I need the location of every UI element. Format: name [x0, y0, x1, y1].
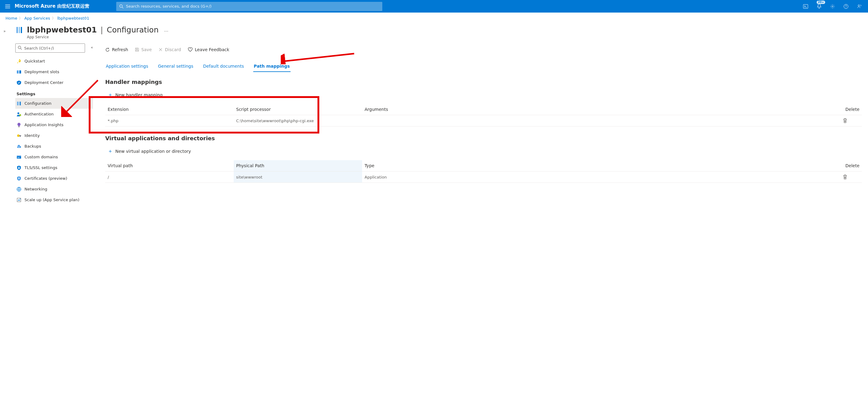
sidebar-item-configuration[interactable]: Configuration: [15, 98, 93, 109]
blade: lbphpwebtest01 | Configuration … App Ser…: [9, 24, 868, 399]
col-physicalpath[interactable]: Physical Path: [234, 160, 362, 171]
network-icon: [17, 187, 22, 192]
more-actions-icon[interactable]: …: [162, 28, 171, 32]
sidebar-item-networking[interactable]: Networking: [15, 184, 93, 195]
cell-processor: C:\home\site\wwwroot\php\php-cgi.exe: [234, 115, 362, 126]
col-processor[interactable]: Script processor: [234, 104, 362, 115]
config-icon: [17, 101, 22, 106]
crumb-appservices[interactable]: App Services: [24, 16, 50, 21]
cell-type: Application: [362, 171, 840, 183]
crumb-home[interactable]: Home: [5, 16, 17, 21]
expand-rail-icon[interactable]: »: [3, 29, 5, 33]
sidebar-item-label: Scale up (App Service plan): [25, 198, 80, 202]
tab-default-documents[interactable]: Default documents: [203, 62, 245, 72]
feedback-icon[interactable]: [854, 2, 865, 11]
brand-label[interactable]: Microsoft Azure 由世纪互联运营: [15, 3, 89, 9]
sidebar-item-scale-up-app-service-plan-[interactable]: Scale up (App Service plan): [15, 195, 93, 205]
sidebar-item-label: Authentication: [25, 112, 54, 116]
svg-point-18: [19, 114, 21, 116]
content-pane: Refresh Save Discard Leave Feedback: [93, 44, 868, 399]
global-search-input[interactable]: [126, 4, 379, 8]
table-row[interactable]: *.phpC:\home\site\wwwroot\php\php-cgi.ex…: [105, 115, 862, 126]
cloudshell-icon[interactable]: [800, 2, 811, 11]
svg-point-17: [18, 112, 19, 114]
breadcrumb: Home 〉 App Services 〉 lbphpwebtest01: [0, 12, 868, 24]
sidebar-item-label: Backups: [25, 144, 41, 148]
col-arguments[interactable]: Arguments: [362, 104, 840, 115]
svg-point-25: [18, 178, 20, 179]
left-rail: »: [0, 24, 9, 399]
page-subtitle: App Service: [27, 35, 171, 39]
certs-icon: [17, 176, 22, 181]
sidebar-item-application-insights[interactable]: Application Insights: [15, 119, 93, 130]
cell-ppath: site\wwwroot: [234, 171, 362, 183]
delete-row-button[interactable]: [840, 115, 862, 126]
vapp-table: Virtual path Physical Path Type Delete /…: [105, 160, 862, 183]
col-extension[interactable]: Extension: [105, 104, 234, 115]
search-icon: [119, 4, 124, 8]
col-virtualpath[interactable]: Virtual path: [105, 160, 234, 171]
slots-icon: [17, 69, 22, 75]
help-icon[interactable]: [840, 2, 851, 11]
global-search[interactable]: [116, 2, 382, 11]
plus-icon: ＋: [108, 91, 113, 98]
sidebar-filter-input[interactable]: [15, 44, 85, 53]
deploycenter-icon: [17, 80, 22, 85]
sidebar-item-label: Identity: [25, 133, 40, 138]
blade-sidebar: « QuickstartDeployment slotsDeployment C…: [15, 44, 93, 399]
add-vapp-button[interactable]: ＋ New virtual application or directory: [105, 148, 862, 154]
svg-rect-23: [18, 158, 20, 158]
svg-rect-8: [21, 27, 22, 33]
svg-point-11: [19, 60, 20, 61]
tab-path-mappings[interactable]: Path mappings: [253, 62, 290, 72]
col-type[interactable]: Type: [362, 160, 840, 171]
rocket-icon: [17, 59, 22, 64]
sidebar-item-label: Configuration: [25, 101, 51, 106]
table-row[interactable]: /site\wwwrootApplication: [105, 171, 862, 183]
sidebar-item-deployment-slots[interactable]: Deployment slots: [15, 66, 93, 77]
cell-extension: *.php: [105, 115, 234, 126]
tab-general-settings[interactable]: General settings: [157, 62, 194, 72]
identity-icon: [17, 133, 22, 138]
svg-rect-15: [19, 102, 20, 105]
collapse-sidebar-icon[interactable]: «: [91, 45, 93, 50]
auth-icon: [17, 112, 22, 117]
sidebar-item-label: Certificates (preview): [25, 176, 67, 181]
sidebar-item-certificates-preview-[interactable]: Certificates (preview): [15, 173, 93, 184]
svg-point-0: [120, 5, 122, 7]
sidebar-item-deployment-center[interactable]: Deployment Center: [15, 77, 93, 88]
svg-rect-14: [17, 102, 18, 105]
svg-rect-7: [19, 27, 20, 33]
refresh-icon: [105, 48, 110, 52]
notifications-icon[interactable]: 20+: [813, 2, 825, 11]
sidebar-item-label: Custom domains: [25, 154, 58, 159]
settings-icon[interactable]: [827, 2, 838, 11]
crumb-resource[interactable]: lbphpwebtest01: [57, 16, 89, 21]
sidebar-item-authentication[interactable]: Authentication: [15, 109, 93, 119]
cell-arguments: [362, 115, 840, 126]
sidebar-item-backups[interactable]: Backups: [15, 141, 93, 151]
plus-icon: ＋: [108, 148, 113, 154]
save-button[interactable]: Save: [135, 47, 152, 52]
chevron-right-icon: 〉: [19, 16, 22, 21]
sidebar-group-header: Settings: [15, 88, 93, 98]
sidebar-item-tls-ssl-settings[interactable]: TLS/SSL settings: [15, 162, 93, 173]
svg-rect-2: [803, 4, 808, 8]
domains-icon: [17, 154, 22, 160]
sidebar-item-label: TLS/SSL settings: [25, 165, 58, 170]
page-section: Configuration: [107, 25, 159, 34]
sidebar-item-custom-domains[interactable]: Custom domains: [15, 151, 93, 162]
delete-row-button[interactable]: [840, 171, 862, 183]
add-handler-button[interactable]: ＋ New handler mapping: [105, 91, 862, 98]
insights-icon: [17, 122, 22, 127]
sidebar-item-quickstart[interactable]: Quickstart: [15, 56, 93, 66]
heart-icon: [188, 48, 193, 52]
menu-icon[interactable]: [3, 2, 12, 11]
chevron-right-icon: 〉: [52, 16, 55, 21]
tab-application-settings[interactable]: Application settings: [105, 62, 149, 72]
scaleup-icon: [17, 198, 22, 202]
refresh-button[interactable]: Refresh: [105, 47, 128, 52]
sidebar-item-identity[interactable]: Identity: [15, 130, 93, 141]
feedback-button[interactable]: Leave Feedback: [188, 47, 229, 52]
discard-button[interactable]: Discard: [158, 47, 181, 52]
